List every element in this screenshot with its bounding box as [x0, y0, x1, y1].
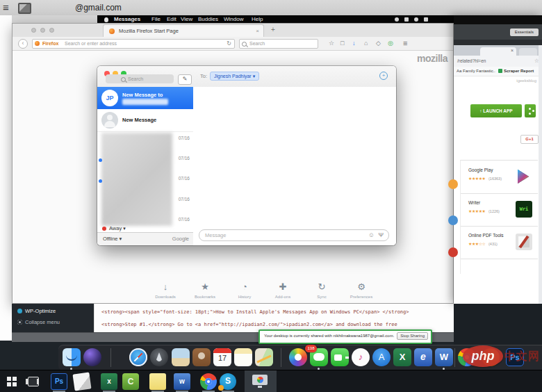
- tab-close-icon[interactable]: ×: [511, 48, 514, 53]
- internet-explorer-icon[interactable]: e: [414, 348, 432, 366]
- related-app-icon[interactable]: [448, 247, 458, 257]
- app-store-icon[interactable]: A: [372, 348, 391, 366]
- conversation-row[interactable]: New Message: [97, 109, 193, 132]
- list-item-online-pdf-tools[interactable]: Online PDF Tools ★★★☆☆ (431): [461, 226, 538, 259]
- emoji-icon[interactable]: ☺: [368, 230, 375, 240]
- bookmark-star-icon[interactable]: ☆: [329, 40, 334, 47]
- taskbar-remote-desktop-active[interactable]: [245, 370, 277, 392]
- status-icon-2[interactable]: [404, 17, 409, 22]
- downloads-icon[interactable]: ↓: [352, 40, 356, 47]
- taskbar-word-icon[interactable]: w: [174, 373, 190, 390]
- php-logo: php: [463, 345, 503, 367]
- offline-status[interactable]: Offline ▾: [103, 236, 122, 242]
- excel-icon[interactable]: X: [393, 348, 411, 366]
- start-button[interactable]: [7, 377, 11, 381]
- list-item-google-play[interactable]: Google Play ★★★★★ (16363): [461, 161, 538, 194]
- conversation-row-selected[interactable]: JP New Message to: [97, 87, 193, 109]
- bookmark-item[interactable]: Scraper Report: [498, 69, 534, 73]
- safari-icon[interactable]: [129, 348, 147, 366]
- zoom-window-button[interactable]: [49, 28, 54, 33]
- status-icon-4[interactable]: [424, 17, 428, 22]
- post-editor-code[interactable]: <strong><span style="font-size: 18pt;">H…: [94, 304, 454, 332]
- siri-icon[interactable]: [83, 348, 101, 366]
- active-tab[interactable]: ×: [480, 47, 516, 56]
- home-icon[interactable]: ⌂: [364, 40, 368, 47]
- status-icon-1[interactable]: [395, 17, 399, 22]
- back-button[interactable]: ‹: [18, 39, 28, 49]
- shortcut-label: History: [231, 295, 258, 299]
- shortcut-history[interactable]: ◔ History: [231, 281, 258, 299]
- photos-icon[interactable]: [172, 348, 190, 366]
- list-item-writer[interactable]: Writer ★★★★★ (1226) Wri: [461, 193, 538, 227]
- launch-app-button[interactable]: ↑ LAUNCH APP: [470, 104, 522, 117]
- launchpad-icon[interactable]: [150, 348, 168, 366]
- taskbar-skype-icon[interactable]: S: [220, 373, 236, 390]
- taskbar-camtasia-icon[interactable]: C: [122, 373, 139, 390]
- message-input[interactable]: Message ☺ Ψ: [199, 229, 389, 241]
- shortcut-preferences[interactable]: ⚙ Preferences: [347, 281, 375, 299]
- dock-separator: [281, 348, 281, 367]
- facetime-icon[interactable]: [331, 348, 349, 366]
- taskbar-chrome-icon[interactable]: [200, 373, 217, 390]
- webstore-dark-header: [454, 15, 542, 24]
- bookmark-item[interactable]: Aa Family Fantastic...: [457, 69, 495, 73]
- taskbar-photoshop-icon[interactable]: Ps: [51, 373, 67, 390]
- shortcut-sync[interactable]: ↻ Sync: [308, 281, 336, 299]
- code-line: <strong><span style="font-size: 18pt;">H…: [101, 309, 409, 315]
- search-input[interactable]: Search: [239, 39, 318, 49]
- microphone-icon[interactable]: Ψ: [378, 230, 384, 240]
- taskbar-excel-icon[interactable]: x: [101, 373, 117, 390]
- add-recipient-icon[interactable]: +: [379, 72, 388, 80]
- word-icon[interactable]: W: [435, 348, 453, 366]
- compose-button[interactable]: ✎: [178, 74, 192, 85]
- task-view-icon[interactable]: [28, 377, 39, 386]
- menu-icon[interactable]: ≡: [3, 1, 9, 14]
- shortcut-label: Preferences: [347, 295, 375, 299]
- shield-icon[interactable]: ◇: [376, 40, 381, 47]
- taskbar-notepad-icon[interactable]: [72, 372, 91, 391]
- sidebar-item-wp-optimize[interactable]: WP-Optimize: [17, 308, 56, 314]
- firefox-icon: [109, 28, 115, 34]
- mozilla-wordmark: mozilla: [417, 53, 447, 64]
- messages-dock-icon[interactable]: 138: [310, 348, 328, 366]
- messages-titlebar: Search ✎ To: Jignesh Padhiyar ▾ +: [97, 66, 396, 88]
- taskbar-sticky-notes-icon[interactable]: [149, 373, 166, 390]
- share-button[interactable]: [525, 104, 536, 117]
- to-field[interactable]: To: Jignesh Padhiyar ▾ +: [193, 66, 396, 87]
- status-icon-3[interactable]: [414, 17, 418, 22]
- calendar-icon[interactable]: 17: [213, 348, 231, 366]
- stop-sharing-button[interactable]: Stop Sharing: [397, 332, 428, 340]
- maps-icon[interactable]: [255, 348, 273, 366]
- screenshot-icon[interactable]: ◎: [388, 40, 393, 47]
- tab-firefox-start-page[interactable]: Mozilla Firefox Start Page ×: [103, 24, 264, 38]
- reload-icon[interactable]: ↻: [227, 40, 231, 48]
- chrome-addressbar[interactable]: /related?hl=en ☆: [454, 56, 542, 67]
- shortcut-downloads[interactable]: ↓ Downloads: [151, 281, 179, 299]
- contacts-icon[interactable]: [192, 348, 211, 366]
- hamburger-menu-icon[interactable]: ≡: [403, 40, 407, 47]
- recipient-token[interactable]: Jignesh Padhiyar ▾: [210, 72, 259, 81]
- background-tab[interactable]: [519, 48, 537, 56]
- shortcut-addons[interactable]: ✚ Add-ons: [269, 281, 297, 299]
- pocket-icon[interactable]: □: [340, 40, 344, 47]
- itunes-icon[interactable]: ♪: [352, 348, 370, 366]
- essentials-button[interactable]: Essentials: [510, 28, 539, 36]
- google-plus-one-button[interactable]: G+1: [520, 135, 539, 144]
- finder-icon[interactable]: [63, 348, 81, 366]
- url-brand-label: Firefox: [42, 40, 58, 48]
- photos-colorwheel-icon[interactable]: [289, 348, 307, 366]
- conversation-search-input[interactable]: Search: [106, 74, 174, 83]
- scrollbar[interactable]: [539, 45, 542, 304]
- screen-share-icon[interactable]: [18, 3, 31, 14]
- apple-menu-icon[interactable]: [104, 17, 108, 22]
- close-window-button[interactable]: [31, 28, 36, 33]
- shortcut-bookmarks[interactable]: ★ Bookmarks: [191, 281, 219, 299]
- url-bar[interactable]: Firefox Search or enter address ↻: [32, 39, 235, 49]
- related-app-icon[interactable]: [448, 179, 458, 189]
- new-tab-button[interactable]: +: [271, 26, 275, 33]
- notes-icon[interactable]: [234, 348, 252, 366]
- minimize-window-button[interactable]: [40, 28, 45, 33]
- sidebar-item-collapse-menu[interactable]: Collapse menu: [17, 319, 60, 325]
- tab-close-icon[interactable]: ×: [256, 25, 259, 37]
- related-app-icon[interactable]: [448, 215, 458, 225]
